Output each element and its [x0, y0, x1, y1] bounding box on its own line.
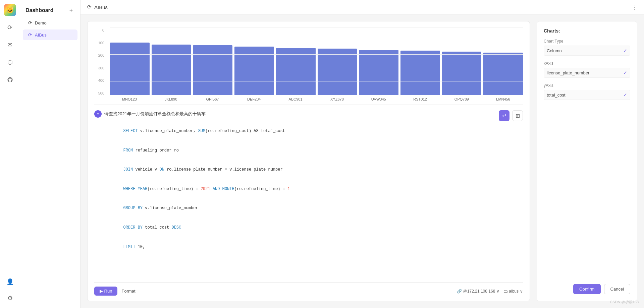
bar-wrapper	[483, 28, 523, 95]
sql-line-7: LIMIT 10;	[94, 237, 523, 257]
bar-wrapper	[234, 28, 274, 95]
enter-button[interactable]: ↵	[499, 110, 509, 121]
chart-type-select[interactable]: Column ✓	[544, 46, 630, 56]
charts-title: Charts:	[544, 28, 630, 34]
right-panel: Charts: Chart Type Column ✓ xAxis licens…	[537, 21, 637, 301]
bar	[442, 52, 482, 95]
x-label: LMN456	[483, 97, 523, 101]
aibus-label: AIBus	[35, 33, 47, 38]
bar	[318, 49, 357, 95]
content-area: 500 400 300 200 100 0 MNO123JKL890GHI567…	[80, 14, 644, 308]
chart-type-value: Column	[547, 48, 562, 53]
watermark: CSDN @栌桐168	[610, 300, 639, 305]
sidebar-mail-icon[interactable]: ✉	[4, 39, 16, 51]
db-name-chevron: ∨	[520, 289, 523, 294]
run-button[interactable]: ▶ Run	[94, 287, 117, 296]
x-axis-group: xAxis license_plate_number ✓	[544, 61, 630, 78]
bar	[276, 48, 316, 95]
format-button[interactable]: Format	[121, 289, 135, 294]
demo-label: Demo	[35, 20, 47, 25]
db-host-icon: 🔗	[457, 289, 462, 294]
x-axis-value: license_plate_number	[547, 70, 589, 75]
sidebar-bottom: 👤 ⚙	[4, 276, 16, 304]
db-host-chevron: ∨	[496, 289, 499, 294]
top-bar: ⟳ AIBus ⋮	[80, 0, 644, 14]
x-label: DEF234	[234, 97, 274, 101]
chart-type-label: Chart Type	[544, 39, 630, 44]
query-bottom: ▶ Run Format 🔗 @172.21.108.168 ∨ 🗃 aibus…	[94, 282, 523, 296]
aibus-icon: ⟳	[28, 32, 32, 38]
chart-type-group: Chart Type Column ✓	[544, 39, 630, 56]
bar	[400, 51, 440, 95]
sql-editor[interactable]: SELECT v.license_plate_number, SUM(ro.re…	[94, 122, 523, 278]
page-title: ⟳ AIBus	[87, 4, 108, 10]
bar-wrapper	[400, 28, 440, 95]
y-axis-label: yAxis	[544, 83, 630, 88]
bottom-right: 🔗 @172.21.108.168 ∨ 🗃 aibus ∨	[457, 289, 523, 294]
x-label: XYZ678	[317, 97, 357, 101]
app-logo: 🐱	[4, 4, 16, 16]
x-label: UVW345	[359, 97, 398, 101]
sidebar-item-demo[interactable]: ⟳ Demo	[23, 17, 77, 28]
nav-title: Dashboard	[25, 7, 54, 13]
main-content: ⟳ AIBus ⋮ 500 400 300 200 100 0	[80, 0, 644, 308]
query-prompt-icon: ⊙	[94, 110, 102, 118]
right-panel-footer: Confirm Cancel	[544, 284, 630, 294]
more-options-icon[interactable]: ⋮	[631, 3, 637, 11]
query-prompt-text: 请查找2021年一月份加油订单金额总和最高的十辆车	[104, 111, 206, 117]
bars-row	[110, 28, 523, 95]
x-axis-check-icon: ✓	[623, 70, 627, 75]
bar	[152, 45, 191, 95]
bar	[110, 43, 150, 95]
cancel-button[interactable]: Cancel	[604, 284, 630, 294]
sidebar-item-aibus[interactable]: ⟳ AIBus	[23, 29, 77, 40]
y-axis-check-icon: ✓	[623, 92, 627, 98]
sql-line-1: SELECT v.license_plate_number, SUM(ro.re…	[94, 122, 523, 141]
db-host-text: @172.21.108.168	[463, 289, 495, 294]
y-axis-group: yAxis total_cost ✓	[544, 83, 630, 100]
query-section: ⊙ 请查找2021年一月份加油订单金额总和最高的十辆车 ↵ ⊞ SELECT v…	[88, 105, 530, 301]
db-name-text: aibus	[509, 289, 519, 294]
sidebar: 🐱 ⟳ ✉ ⬡ 👤 ⚙	[0, 0, 20, 308]
confirm-button[interactable]: Confirm	[573, 284, 601, 294]
chart-type-check-icon: ✓	[623, 48, 627, 53]
settings-icon[interactable]: ⚙	[4, 292, 16, 304]
bar-wrapper	[442, 28, 482, 95]
x-label: JKL890	[151, 97, 191, 101]
sidebar-nav-icon[interactable]: ⟳	[4, 21, 16, 34]
page-title-text: AIBus	[94, 4, 108, 10]
nav-add-button[interactable]: +	[67, 7, 75, 14]
bar-wrapper	[110, 28, 150, 95]
bar	[483, 53, 523, 95]
y-axis-select[interactable]: total_cost ✓	[544, 90, 630, 100]
chart-body: MNO123JKL890GHI567DEF234ABC901XYZ678UVW3…	[110, 28, 523, 101]
x-label: MNO123	[110, 97, 149, 101]
x-label: GHI567	[193, 97, 232, 101]
db-host-indicator[interactable]: 🔗 @172.21.108.168 ∨	[457, 289, 500, 294]
x-label: OPQ789	[442, 97, 481, 101]
x-axis-select[interactable]: license_plate_number ✓	[544, 68, 630, 78]
sidebar-db-icon[interactable]: ⬡	[4, 56, 16, 68]
demo-icon: ⟳	[28, 20, 32, 25]
query-header: ⊙ 请查找2021年一月份加油订单金额总和最高的十辆车	[94, 110, 206, 118]
sidebar-github-icon[interactable]	[4, 74, 16, 86]
y-axis-value: total_cost	[547, 93, 566, 98]
sql-line-6: ORDER BY total_cost DESC	[94, 218, 523, 238]
bar	[234, 47, 274, 95]
db-name-indicator[interactable]: 🗃 aibus ∨	[503, 289, 523, 294]
sql-line-4: WHERE YEAR(ro.refueling_time) = 2021 AND…	[94, 180, 523, 199]
y-axis: 500 400 300 200 100 0	[94, 28, 104, 95]
bar-wrapper	[318, 28, 357, 95]
sql-line-3: JOIN vehicle v ON ro.license_plate_numbe…	[94, 160, 523, 180]
db-name-icon: 🗃	[503, 289, 507, 294]
nav-panel: Dashboard + ⟳ Demo ⟳ AIBus	[20, 0, 80, 308]
page-title-icon: ⟳	[87, 4, 92, 10]
table-view-button[interactable]: ⊞	[512, 110, 523, 121]
query-actions: ↵ ⊞	[499, 110, 523, 121]
bar-wrapper	[359, 28, 398, 95]
x-labels: MNO123JKL890GHI567DEF234ABC901XYZ678UVW3…	[110, 97, 523, 101]
grid-line	[110, 27, 523, 28]
sql-line-2: FROM refueling_order ro	[94, 141, 523, 161]
sql-line-5: GROUP BY v.license_plate_number	[94, 199, 523, 218]
user-icon[interactable]: 👤	[4, 276, 16, 288]
